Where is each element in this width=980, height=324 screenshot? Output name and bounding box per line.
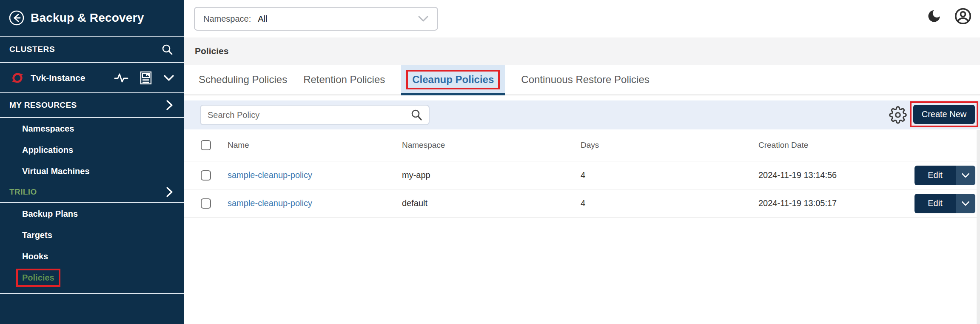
trilio-logo-icon [10, 71, 25, 85]
table-row: sample-cleanup-policy my-app 4 2024-11-1… [184, 161, 980, 189]
cell-namespace: my-app [402, 170, 581, 180]
cluster-instance-row[interactable]: Tvk-Instance [0, 63, 184, 93]
clusters-label: CLUSTERS [9, 45, 55, 54]
tab-label: Scheduling Policies [199, 74, 287, 86]
sidebar-item-hooks[interactable]: Hooks [0, 246, 184, 267]
edit-split-button: Edit [914, 166, 975, 185]
app-header: Backup & Recovery [0, 0, 184, 37]
page-title: Policies [195, 46, 228, 56]
column-header-days: Days [581, 140, 758, 150]
policy-name-link[interactable]: sample-cleanup-policy [228, 198, 402, 208]
search-input[interactable] [208, 110, 410, 120]
settings-gear-icon[interactable] [889, 106, 907, 124]
account-avatar-icon[interactable] [954, 7, 972, 26]
select-all-checkbox[interactable] [201, 140, 211, 150]
policy-name-link[interactable]: sample-cleanup-policy [228, 170, 402, 180]
cell-creation-date: 2024-11-19 13:14:56 [758, 170, 914, 180]
sidebar-item-label: Virtual Machines [22, 166, 90, 176]
sidebar-section-my-resources[interactable]: MY RESOURCES [0, 93, 184, 118]
vertical-scrollbar[interactable] [977, 130, 980, 324]
search-icon[interactable] [410, 109, 423, 121]
tab-label: Retention Policies [303, 74, 385, 86]
sidebar-item-policies[interactable]: Policies [0, 267, 184, 288]
row-checkbox[interactable] [201, 170, 211, 181]
sidebar-item-applications[interactable]: Applications [0, 139, 184, 161]
cell-days: 4 [581, 198, 758, 208]
activity-pulse-icon[interactable] [114, 72, 128, 84]
top-bar: Namespace: All [184, 0, 980, 37]
trilio-label: TRILIO [9, 187, 37, 197]
edit-button[interactable]: Edit [914, 194, 956, 213]
clusters-section: CLUSTERS [0, 37, 184, 63]
create-new-button[interactable]: Create New [913, 105, 975, 124]
sidebar-item-label: Backup Plans [22, 209, 78, 219]
column-header-namespace: Namespace [402, 140, 581, 150]
edit-dropdown-caret[interactable] [956, 194, 975, 213]
column-header-creation-date: Creation Date [758, 140, 914, 150]
sidebar-section-trilio[interactable]: TRILIO [0, 182, 184, 203]
sidebar-item-label: Applications [22, 145, 73, 155]
search-box [200, 105, 430, 125]
sidebar-item-namespaces[interactable]: Namespaces [0, 118, 184, 139]
tab-scheduling-policies[interactable]: Scheduling Policies [199, 65, 287, 95]
chevron-down-icon [418, 15, 429, 23]
column-header-name: Name [228, 140, 402, 150]
tab-continuous-restore-policies[interactable]: Continuous Restore Policies [521, 65, 650, 95]
cluster-instance-name: Tvk-Instance [31, 73, 85, 83]
search-icon[interactable] [161, 43, 174, 56]
sidebar-item-targets[interactable]: Targets [0, 224, 184, 246]
back-icon[interactable] [9, 10, 25, 26]
sidebar-item-label: Policies [22, 273, 54, 282]
policies-annotation-box: Policies [16, 269, 60, 287]
table-row: sample-cleanup-policy default 4 2024-11-… [184, 189, 980, 218]
logs-book-icon[interactable] [140, 71, 152, 85]
create-new-annotation-box: Create New [910, 101, 978, 127]
chevron-right-icon [165, 100, 174, 111]
namespace-select[interactable]: Namespace: All [194, 7, 438, 31]
namespace-select-value: All [258, 14, 267, 24]
chevron-right-icon [165, 186, 174, 198]
cell-namespace: default [402, 198, 581, 208]
sidebar-item-label: Targets [22, 230, 52, 240]
sidebar: Backup & Recovery CLUSTERS Tvk-Instance [0, 0, 184, 324]
tab-label: Cleanup Policies [412, 74, 494, 85]
app-title: Backup & Recovery [31, 11, 144, 25]
sidebar-item-virtual-machines[interactable]: Virtual Machines [0, 161, 184, 182]
table-header: Name Namespace Days Creation Date [184, 129, 980, 161]
sidebar-item-label: Hooks [22, 252, 48, 261]
sidebar-item-label: Namespaces [22, 124, 74, 134]
sidebar-bottom-divider [0, 293, 184, 294]
cell-days: 4 [581, 170, 758, 180]
edit-dropdown-caret[interactable] [956, 166, 975, 185]
main-content: Namespace: All [184, 0, 980, 324]
chevron-down-icon[interactable] [163, 74, 174, 82]
tab-label: Continuous Restore Policies [521, 74, 650, 86]
cleanup-tab-annotation-box: Cleanup Policies [406, 70, 500, 89]
sidebar-item-backup-plans[interactable]: Backup Plans [0, 203, 184, 224]
my-resources-label: MY RESOURCES [9, 100, 77, 110]
tabs: Scheduling Policies Retention Policies C… [184, 65, 980, 95]
page-heading-bar: Policies [184, 37, 980, 65]
namespace-select-label: Namespace: [203, 14, 251, 24]
edit-button[interactable]: Edit [914, 166, 956, 185]
row-checkbox[interactable] [201, 198, 211, 209]
tab-cleanup-policies[interactable]: Cleanup Policies [401, 65, 505, 95]
toolbar: Create New [184, 100, 980, 129]
tab-retention-policies[interactable]: Retention Policies [303, 65, 385, 95]
cell-creation-date: 2024-11-19 13:05:17 [758, 198, 914, 208]
dark-mode-moon-icon[interactable] [926, 9, 942, 24]
edit-split-button: Edit [914, 194, 975, 213]
